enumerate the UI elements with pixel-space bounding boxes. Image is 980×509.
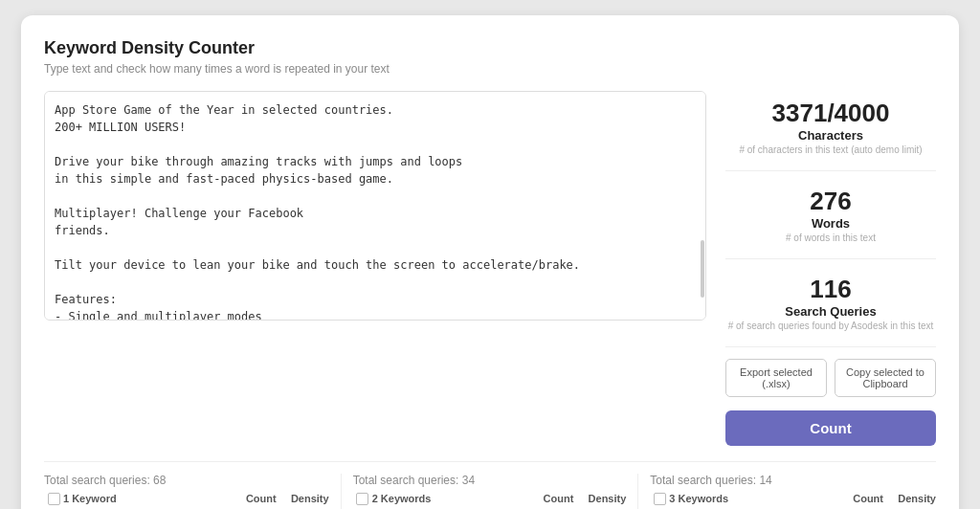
- text-input[interactable]: App Store Game of the Year in selected c…: [44, 91, 706, 321]
- col1-th-density: Density: [277, 493, 329, 505]
- col2-th-count: Count: [535, 493, 573, 505]
- characters-value: 3371/4000: [725, 99, 936, 128]
- words-label: Words: [725, 216, 936, 231]
- scrollbar: [701, 240, 704, 298]
- words-stat: 276 Words # of words in this text: [725, 179, 936, 251]
- col1-th-check: [44, 493, 63, 505]
- characters-stat: 3371/4000 Characters # of characters in …: [725, 91, 936, 163]
- queries-stat: 116 Search Queries # of search queries f…: [725, 267, 936, 339]
- queries-desc: # of search queries found by Asodesk in …: [725, 321, 936, 331]
- col3-th-count: Count: [845, 493, 883, 505]
- col1-header: Total search queries: 68: [44, 474, 329, 487]
- col2-total: Total search queries: 34: [353, 474, 475, 487]
- words-desc: # of words in this text: [725, 232, 936, 243]
- characters-desc: # of characters in this text (auto demo …: [725, 144, 936, 155]
- col2-header: Total search queries: 34: [353, 474, 627, 487]
- copy-button[interactable]: Copy selected to Clipboard: [835, 359, 936, 397]
- col3-th-density: Density: [883, 493, 936, 505]
- page-title: Keyword Density Counter: [44, 38, 936, 58]
- stats-panel: 3371/4000 Characters # of characters in …: [725, 91, 936, 446]
- col3-table-header: 3 Keywords Count Density: [650, 493, 936, 509]
- col3-th-check: [650, 493, 669, 505]
- col3-header-checkbox[interactable]: [654, 493, 666, 505]
- count-button[interactable]: Count: [725, 410, 936, 446]
- col1-header-checkbox[interactable]: [48, 493, 60, 505]
- card-header: Keyword Density Counter Type text and ch…: [44, 38, 936, 76]
- divider-3: [725, 346, 936, 347]
- col-3-keywords: Total search queries: 14 3 Keywords Coun…: [638, 474, 936, 509]
- col3-header: Total search queries: 14: [650, 474, 936, 487]
- col2-table-header: 2 Keywords Count Density: [353, 493, 627, 509]
- col3-th-keyword: 3 Keywords: [669, 493, 845, 505]
- words-value: 276: [725, 187, 936, 216]
- export-button[interactable]: Export selected (.xlsx): [725, 359, 827, 397]
- main-card: Keyword Density Counter Type text and ch…: [21, 15, 959, 509]
- col2-th-density: Density: [573, 493, 626, 505]
- characters-label: Characters: [725, 128, 936, 143]
- col1-th-keyword: 1 Keyword: [63, 493, 238, 505]
- main-content: App Store Game of the Year in selected c…: [44, 91, 936, 446]
- results-section: Total search queries: 68 1 Keyword Count…: [44, 461, 936, 509]
- col-1-keyword: Total search queries: 68 1 Keyword Count…: [44, 474, 342, 509]
- col1-table-header: 1 Keyword Count Density: [44, 493, 329, 509]
- col-2-keywords: Total search queries: 34 2 Keywords Coun…: [342, 474, 639, 509]
- results-grid: Total search queries: 68 1 Keyword Count…: [44, 474, 936, 509]
- textarea-wrapper: App Store Game of the Year in selected c…: [44, 91, 706, 446]
- col1-th-count: Count: [238, 493, 277, 505]
- queries-value: 116: [725, 275, 936, 304]
- col2-header-checkbox[interactable]: [356, 493, 368, 505]
- col2-th-keyword: 2 Keywords: [372, 493, 536, 505]
- col3-total: Total search queries: 14: [650, 474, 771, 487]
- page-subtitle: Type text and check how many times a wor…: [44, 62, 936, 76]
- col1-total: Total search queries: 68: [44, 474, 166, 487]
- action-buttons: Export selected (.xlsx) Copy selected to…: [725, 359, 936, 397]
- queries-label: Search Queries: [725, 304, 936, 319]
- col2-th-check: [353, 493, 372, 505]
- divider-1: [725, 170, 936, 171]
- divider-2: [725, 258, 936, 259]
